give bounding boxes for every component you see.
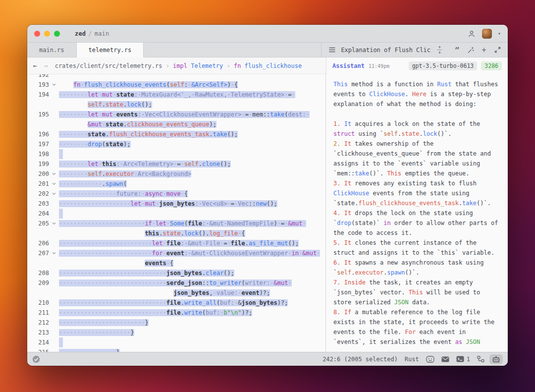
code-row[interactable]: 203····················let·mut·json_byte… xyxy=(27,199,325,209)
code-row[interactable]: 201············.spawn( xyxy=(27,179,325,189)
code-row[interactable]: 212························} xyxy=(27,318,325,328)
selection-highlight: ················future:·async·move·{ xyxy=(59,190,188,197)
fold-chevron-icon[interactable] xyxy=(49,189,59,199)
selection-highlight: self.state.lock(); xyxy=(88,101,152,108)
selection-highlight: ········self.executor·Arc<Background> xyxy=(59,170,191,177)
assistant-panel-header: Explanation of Flush Clic ” + xyxy=(321,43,508,57)
feedback-mail-icon[interactable] xyxy=(441,356,449,362)
selection-highlight: ········let·this:·Arc<Telemetry>·=·self.… xyxy=(59,161,231,168)
code-editor[interactable]: 192193 fn·flush_clickhouse_events(self:·… xyxy=(27,74,326,352)
cursor-position[interactable]: 242:6 (2005 selected) xyxy=(322,356,398,363)
copilot-icon[interactable] xyxy=(426,356,434,363)
collaborator-icon[interactable] xyxy=(467,29,476,38)
code-row[interactable]: 196········state.flush_clickhouse_events… xyxy=(27,129,325,139)
code-row[interactable]: 207··························for·event:·… xyxy=(27,248,325,258)
zoom-button[interactable] xyxy=(54,31,60,37)
selection-highlight: json_bytes,·value:·event)?; xyxy=(173,289,270,296)
chevron-down-icon[interactable]: ▾ xyxy=(498,31,501,36)
code-row[interactable]: &mut·state.clickhouse_events_queue); xyxy=(27,119,325,129)
split-resize-icon[interactable] xyxy=(435,46,444,55)
branch-name[interactable]: main xyxy=(95,30,109,37)
assistant-toggle-icon[interactable] xyxy=(489,354,503,364)
code-row[interactable]: this.state.lock().log_file·{ xyxy=(27,228,325,238)
code-row[interactable]: 194········let·mut·state:·MutexGuard<'_,… xyxy=(27,90,325,100)
fold-chevron-icon[interactable] xyxy=(49,179,59,189)
line-number: 207 xyxy=(27,248,49,258)
code-row[interactable]: 205························if·let·Some(f… xyxy=(27,219,325,228)
line-number: 210 xyxy=(27,298,49,308)
fold-gutter xyxy=(49,139,59,149)
code-row[interactable]: 213····················} xyxy=(27,328,325,337)
quote-selection-icon[interactable]: ” xyxy=(453,46,462,55)
tab-main-rs[interactable]: main.rs xyxy=(27,43,77,57)
language-selector[interactable]: Rust xyxy=(405,356,419,363)
project-diagram-icon[interactable] xyxy=(477,356,484,362)
back-arrow-icon[interactable]: ← xyxy=(33,62,37,69)
minimize-button[interactable] xyxy=(44,31,50,37)
new-conversation-icon[interactable]: + xyxy=(480,46,488,55)
code-row[interactable]: 199········let·this:·Arc<Telemetry>·=·se… xyxy=(27,159,325,169)
project-name[interactable]: zed xyxy=(75,30,86,37)
code-row[interactable]: 211······························file.wr… xyxy=(27,308,325,318)
code-row[interactable]: 208······························json_by… xyxy=(27,268,325,278)
conversation-title[interactable]: Explanation of Flush Clic xyxy=(341,47,430,54)
line-number: 208 xyxy=(27,268,49,278)
fold-chevron-icon[interactable] xyxy=(49,219,59,228)
line-number: 198 xyxy=(27,149,49,159)
fold-chevron-icon[interactable] xyxy=(49,80,59,90)
code-row[interactable]: events·{ xyxy=(27,258,325,268)
assistant-message-header: Assistant 11:49pm gpt-3.5-turbo-0613 328… xyxy=(326,57,508,74)
code-row[interactable]: 204 xyxy=(27,209,325,219)
selection-highlight: ························if·let·Some(file… xyxy=(59,220,306,227)
forward-arrow-icon[interactable]: → xyxy=(44,62,48,69)
selection-highlight: ········state.flush_clickhouse_events_ta… xyxy=(59,131,238,138)
line-number xyxy=(27,100,49,110)
code-row[interactable]: 200········self.executor·Arc<Background> xyxy=(27,169,325,179)
code-row[interactable]: 206··························let·file:·&… xyxy=(27,238,325,248)
code-row[interactable]: 214 xyxy=(27,337,325,347)
fold-gutter xyxy=(49,119,59,129)
code-row[interactable]: 195········let·mut·events:·Vec<Clickhous… xyxy=(27,110,325,119)
model-badge[interactable]: gpt-3.5-turbo-0613 xyxy=(409,61,478,70)
line-number: 209 xyxy=(27,278,49,288)
assistant-conversation[interactable]: This method is a function in Rust that f… xyxy=(326,74,508,352)
code-row[interactable]: 210······························file.wr… xyxy=(27,298,325,308)
code-row[interactable]: json_bytes,·value:·event)?; xyxy=(27,288,325,298)
magic-wand-icon[interactable] xyxy=(466,46,475,55)
tab-telemetry-rs[interactable]: telemetry.rs xyxy=(77,43,144,57)
selection-highlight: &mut·state.clickhouse_events_queue); xyxy=(88,121,216,128)
selection-highlight: this.state.lock().log_file·{ xyxy=(145,230,245,237)
close-button[interactable] xyxy=(34,31,40,37)
diagnostics-check-icon[interactable] xyxy=(32,355,40,363)
code-row[interactable]: 197········drop(state); xyxy=(27,139,325,149)
line-number xyxy=(27,288,49,298)
message-role[interactable]: Assistant xyxy=(332,62,365,69)
selection-highlight: ······························file.write… xyxy=(59,299,288,306)
assistant-paragraph: 8. If a mutable reference to the log fil… xyxy=(333,307,500,347)
fold-gutter xyxy=(49,74,59,80)
fold-chevron-icon[interactable] xyxy=(49,248,59,258)
code-row[interactable]: 193 fn·flush_clickhouse_events(self:·&Ar… xyxy=(27,80,325,90)
selection-highlight xyxy=(59,149,63,159)
assistant-paragraph: 7. Inside the task, it creates an empty … xyxy=(333,278,500,307)
terminal-count: 1 xyxy=(467,356,470,363)
assistant-paragraph: This method is a function in Rust that f… xyxy=(333,79,500,109)
code-row[interactable]: 198 xyxy=(27,149,325,159)
code-row[interactable]: 202················future:·async·move·{ xyxy=(27,189,325,199)
selection-highlight xyxy=(59,209,63,219)
terminal-icon[interactable] xyxy=(456,356,464,362)
fold-chevron-icon[interactable] xyxy=(49,169,59,179)
user-avatar[interactable] xyxy=(482,29,492,39)
expand-panel-icon[interactable] xyxy=(493,46,502,55)
assistant-paragraph: 4. It drops the lock on the state using … xyxy=(333,208,500,238)
code-row[interactable]: self.state.lock(); xyxy=(27,100,325,110)
fold-gutter xyxy=(49,328,59,337)
menu-icon[interactable] xyxy=(327,46,336,55)
code-row[interactable]: 192 xyxy=(27,74,325,80)
selection-highlight: ········drop(state); xyxy=(59,141,131,148)
fold-gutter xyxy=(49,337,59,347)
fold-gutter xyxy=(49,308,59,318)
code-row[interactable]: 215················} xyxy=(27,347,325,352)
breadcrumb-path[interactable]: crates/client/src/telemetry.rs › impl Te… xyxy=(55,62,302,69)
code-row[interactable]: 209······························serde_j… xyxy=(27,278,325,288)
